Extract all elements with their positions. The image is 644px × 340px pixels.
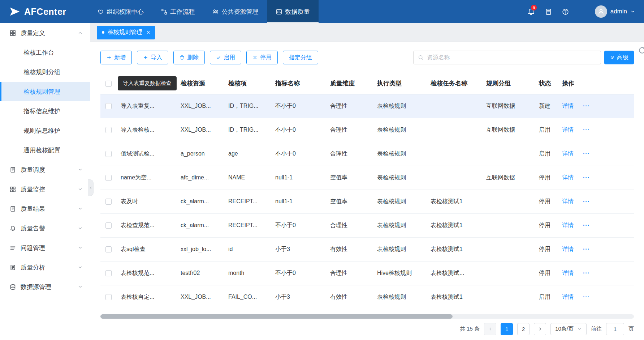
nav-item-org-permission-center[interactable]: 组织权限中心 bbox=[89, 0, 152, 23]
row-checkbox[interactable] bbox=[105, 270, 112, 276]
detail-link[interactable]: 详情 bbox=[562, 103, 574, 109]
assign-group-button[interactable]: 指定分组 bbox=[283, 51, 318, 64]
user-menu[interactable]: admin bbox=[595, 5, 635, 18]
detail-link[interactable]: 详情 bbox=[562, 270, 574, 276]
more-actions-icon[interactable]: ··· bbox=[583, 150, 590, 157]
detail-link[interactable]: 详情 bbox=[562, 127, 574, 133]
delete-button[interactable]: 删除 bbox=[173, 51, 205, 64]
cell-resource: afc_dime... bbox=[180, 166, 228, 190]
cell-metric: 不小于0 bbox=[275, 261, 329, 285]
cell-exec_type: 表检核规则 bbox=[376, 166, 430, 190]
more-actions-icon[interactable]: ··· bbox=[583, 270, 590, 276]
sidebar-item-check-rule-group[interactable]: 检核规则分组 bbox=[0, 62, 90, 82]
import-button[interactable]: 导入 bbox=[137, 51, 168, 64]
chart-icon bbox=[276, 9, 282, 15]
detail-link[interactable]: 详情 bbox=[562, 294, 574, 300]
more-actions-icon[interactable]: ··· bbox=[583, 174, 590, 180]
table-row[interactable]: 导入表检核...XXL_JOB...ID，TRIG...不小于0合理性表检核规则… bbox=[100, 118, 634, 142]
refresh-icon[interactable] bbox=[638, 46, 644, 54]
nav-item-public-resource[interactable]: 公共资源管理 bbox=[204, 0, 267, 23]
table-row[interactable]: 表及时ck_alarm...RECEIPT...null1-1空值率表检核规则表… bbox=[100, 190, 634, 213]
actions-cell: 详情··· bbox=[561, 213, 634, 237]
nav-item-data-quality[interactable]: 数据质量 bbox=[267, 0, 319, 23]
more-actions-icon[interactable]: ··· bbox=[583, 198, 590, 204]
table-row[interactable]: 表检查规范...ck_alarm...RECEIPT...不小于0合理性表检核规… bbox=[100, 213, 634, 237]
cell-exec_type: 表检核规则 bbox=[376, 237, 430, 261]
detail-link[interactable]: 详情 bbox=[562, 198, 574, 204]
detail-link[interactable]: 详情 bbox=[562, 150, 574, 157]
sidebar-item-quality-schedule[interactable]: 质量调度 bbox=[0, 160, 90, 179]
detail-link[interactable]: 详情 bbox=[562, 174, 574, 180]
help-button[interactable] bbox=[562, 8, 569, 15]
table-row[interactable]: 表检核规范...testfr02month不小于0合理性Hive检核规则表检核测… bbox=[100, 261, 634, 285]
sidebar-item-quality-analysis[interactable]: 质量分析 bbox=[0, 258, 90, 277]
cell-metric: 小于3 bbox=[275, 237, 329, 261]
next-page-button[interactable] bbox=[534, 323, 546, 335]
more-actions-icon[interactable]: ··· bbox=[583, 222, 590, 228]
nav-item-workflow[interactable]: 工作流程 bbox=[152, 0, 204, 23]
enable-button[interactable]: 启用 bbox=[210, 51, 241, 64]
row-checkbox[interactable] bbox=[105, 222, 112, 229]
sidebar-item-general-check-config[interactable]: 通用检核配置 bbox=[0, 140, 90, 160]
table-row[interactable]: 值域测试检...a_personage不小于0合理性表检核规则启用详情··· bbox=[100, 142, 634, 166]
detail-link[interactable]: 详情 bbox=[562, 246, 574, 252]
table-row[interactable]: 表检核自定...XXL_JOB...FAIL_CO...小于3有效性表检核规则表… bbox=[100, 285, 634, 309]
horizontal-scrollbar[interactable] bbox=[100, 314, 634, 319]
page-1-button[interactable]: 1 bbox=[501, 323, 513, 335]
search-input[interactable] bbox=[427, 54, 596, 61]
table-row[interactable]: 表sql检查xxl_job_lo...id小于3有效性表检核规则表检核测试1停用… bbox=[100, 237, 634, 261]
row-checkbox[interactable] bbox=[105, 127, 112, 133]
brand-logo-icon bbox=[9, 6, 20, 17]
row-checkbox[interactable] bbox=[105, 246, 112, 252]
checkbox-cell bbox=[100, 261, 120, 285]
sidebar-item-metric-info-maintenance[interactable]: 指标信息维护 bbox=[0, 101, 90, 121]
tab-close-icon[interactable]: × bbox=[147, 29, 150, 36]
table-row[interactable]: 导入表重复...XXL_JOB...ID，TRIG...不小于0合理性表检核规则… bbox=[100, 94, 634, 118]
more-actions-icon[interactable]: ··· bbox=[583, 294, 590, 300]
page-2-button[interactable]: 2 bbox=[517, 323, 530, 335]
cell-item: ID，TRIG... bbox=[228, 94, 275, 118]
sidebar-item-quality-definition[interactable]: 质量定义 bbox=[0, 23, 90, 43]
advanced-button[interactable]: 高级 bbox=[604, 51, 634, 64]
page-size-select[interactable]: 10条/页 bbox=[550, 323, 587, 335]
tooltip: 导入表重复数据检查 bbox=[118, 76, 177, 90]
brand[interactable]: AFCenter bbox=[9, 0, 66, 23]
prev-page-button[interactable] bbox=[484, 323, 496, 335]
more-actions-icon[interactable]: ··· bbox=[583, 103, 590, 109]
checkbox-cell bbox=[100, 190, 120, 213]
cell-status: 停用 bbox=[538, 190, 561, 213]
detail-link[interactable]: 详情 bbox=[562, 222, 574, 228]
actions-cell: 详情··· bbox=[561, 166, 634, 190]
sidebar-item-rule-info-maintenance[interactable]: 规则信息维护 bbox=[0, 121, 90, 140]
cell-dimension: 合理性 bbox=[329, 142, 376, 166]
row-checkbox[interactable] bbox=[105, 175, 112, 181]
notifications-button[interactable]: 6 bbox=[527, 8, 535, 16]
sidebar-item-quality-result[interactable]: 质量结果 bbox=[0, 199, 90, 218]
more-actions-icon[interactable]: ··· bbox=[583, 127, 590, 133]
scrollbar-thumb[interactable] bbox=[100, 314, 453, 319]
row-checkbox[interactable] bbox=[105, 199, 112, 205]
sidebar-item-quality-monitor[interactable]: 质量监控 bbox=[0, 179, 90, 199]
top-navbar: AFCenter 组织权限中心 工作流程 公共资源管理 数据质量 6 bbox=[0, 0, 644, 23]
tab-check-rule-management[interactable]: 检核规则管理 × bbox=[97, 26, 155, 39]
sidebar-item-datasource-management[interactable]: 数据源管理 bbox=[0, 277, 90, 297]
row-checkbox[interactable] bbox=[105, 151, 112, 157]
sidebar-item-check-workbench[interactable]: 检核工作台 bbox=[0, 43, 90, 62]
select-all-checkbox[interactable] bbox=[105, 81, 112, 87]
goto-page-input[interactable] bbox=[606, 323, 624, 335]
more-actions-icon[interactable]: ··· bbox=[583, 246, 590, 252]
sidebar-item-issue-management[interactable]: 问题管理 bbox=[0, 238, 90, 258]
bell-icon bbox=[10, 225, 16, 231]
sidebar-collapse-handle[interactable] bbox=[88, 179, 94, 196]
docs-button[interactable] bbox=[545, 8, 552, 15]
cell-item: NAME bbox=[228, 166, 275, 190]
check-icon bbox=[216, 55, 221, 60]
row-checkbox[interactable] bbox=[105, 103, 112, 109]
disable-button[interactable]: 停用 bbox=[246, 51, 278, 64]
table-row[interactable]: name为空...afc_dime...NAMEnull1-1空值率表检核规则互… bbox=[100, 166, 634, 190]
column-header: 操作 bbox=[561, 73, 634, 94]
sidebar-item-quality-alert[interactable]: 质量告警 bbox=[0, 218, 90, 238]
add-button[interactable]: 新增 bbox=[100, 51, 132, 64]
sidebar-item-check-rule-management[interactable]: 检核规则管理 bbox=[0, 82, 90, 101]
row-checkbox[interactable] bbox=[105, 294, 112, 300]
